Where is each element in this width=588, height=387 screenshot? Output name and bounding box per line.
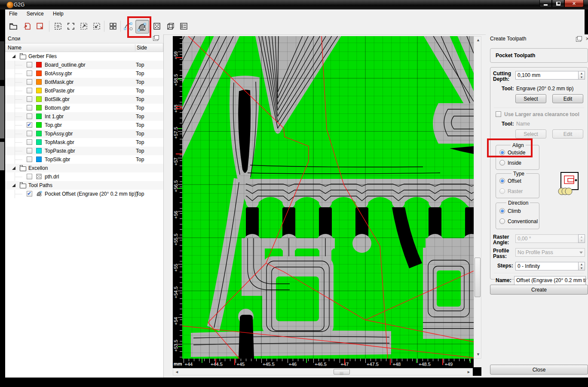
layer-row[interactable]: Int 1.gbrTop [5,112,163,121]
layer-row[interactable]: Bottom.gbrTop [5,104,163,112]
zoom-fit-button[interactable] [52,20,64,33]
vertical-scrollbar[interactable]: ▲ ▼ [474,36,481,359]
column-name[interactable]: Name [8,45,21,51]
menu-bar: File Service Help [5,9,585,19]
use-larger-tool-checkbox[interactable] [496,111,501,117]
layer-visibility-checkbox[interactable] [27,122,32,128]
import-file-button[interactable] [21,20,34,33]
minimize-button[interactable] [539,0,552,7]
layer-group-row[interactable]: Gerber Files [5,52,163,61]
layer-row[interactable]: TopMask.gbrTop [5,138,163,147]
layer-row[interactable]: BotAssy.gbrTop [5,69,163,78]
menu-service[interactable]: Service [23,9,48,18]
steps-label: Steps: [497,263,513,269]
name-input[interactable]: Offset (Engrave (20° 0.2 mm tip)) [514,276,586,286]
direction-conventional-label[interactable]: Conventional [508,218,538,224]
layer-visibility-checkbox[interactable] [27,131,32,136]
pcb-canvas[interactable] [182,36,474,359]
layer-visibility-checkbox[interactable] [27,62,32,68]
layer-color-swatch [36,105,42,111]
layer-row[interactable]: BotSilk.gbrTop [5,95,163,104]
layer-visibility-checkbox[interactable] [27,174,32,179]
direction-climb-label[interactable]: Climb [508,208,521,214]
layer-visibility-checkbox[interactable] [27,114,32,119]
zoom-out-region-button[interactable] [90,20,103,33]
layer-row[interactable]: TopSilk.gbrTop [5,155,163,164]
panelize-button[interactable] [107,20,119,33]
float-panel-icon[interactable] [576,37,581,42]
layer-visibility-checkbox[interactable] [27,148,32,154]
tool-edit-button[interactable]: Edit [552,94,583,103]
create-button[interactable]: Create [490,285,588,295]
restore-button[interactable] [552,0,564,7]
zoom-in-region-button[interactable] [77,20,90,33]
layer-visibility-checkbox[interactable] [27,88,32,93]
steps-spinner[interactable]: ▲▼ [578,262,585,270]
layer-row[interactable]: Pocket Offset (Engrave (20° 0.2 mm tip))… [5,190,163,198]
title-bar: G2G ✕ [0,0,588,9]
float-panel-icon[interactable] [153,36,158,41]
raster-angle-spinner[interactable]: ▲▼ [578,234,585,243]
layer-visibility-checkbox[interactable] [27,105,32,111]
close-toolpath-button[interactable]: Close [490,365,588,375]
drill-tool-button[interactable] [150,20,163,33]
cutting-depth-input[interactable]: 0,100 mm [515,71,579,80]
layer-row[interactable]: TopPaste.gbrTop [5,147,163,155]
layer-visibility-checkbox[interactable] [27,96,32,102]
y-tick-label: +59 [173,51,178,59]
profile-pass-dropdown[interactable]: No Profile Pass [515,248,585,257]
open-project-button[interactable] [7,20,20,33]
expand-arrow-icon[interactable] [12,55,15,58]
direction-climb-radio[interactable] [499,208,505,214]
y-tick-label: +54.5 [173,286,178,298]
folder-icon [20,184,26,188]
column-side[interactable]: Side [137,45,147,51]
horizontal-scrollbar-thumb[interactable]: ||| [334,369,350,375]
menu-help[interactable]: Help [49,9,67,18]
cutting-depth-spinner[interactable]: ▲▼ [578,71,585,80]
layer-row[interactable]: pth.drl [5,172,163,181]
layer-row[interactable]: BotPaste.gbrTop [5,86,163,95]
layer-visibility-checkbox[interactable] [27,139,32,145]
close-button[interactable]: ✕ [564,0,584,7]
type-offset-label[interactable]: Offset [508,178,521,184]
layer-visibility-checkbox[interactable] [27,157,32,162]
layer-group-row[interactable]: Excellon [5,164,163,172]
close-file-button[interactable] [34,20,46,33]
vertical-ruler: +59+58.5+58+57.5+57+56.5+56+55.5+55+54.5… [173,36,182,359]
type-raster-radio[interactable] [499,188,505,194]
layer-row[interactable]: Board_outline.gbrTop [5,61,163,69]
x-tick-label: +45.5 [263,362,275,367]
layer-row[interactable]: BotMask.gbrTop [5,78,163,86]
align-inside-radio[interactable] [499,160,505,166]
raster-angle-input[interactable]: 0,00 ° [515,234,579,243]
x-tick-label: +47.5 [367,362,379,367]
close-panel-icon[interactable]: ✕ [585,36,588,42]
direction-conventional-radio[interactable] [499,218,505,224]
horizontal-scrollbar[interactable]: ◄ ||| ► [173,368,473,375]
align-inside-label[interactable]: Inside [508,160,521,166]
tool2-edit-button[interactable]: Edit [552,129,583,138]
menu-file[interactable]: File [5,9,21,18]
expand-arrow-icon[interactable] [12,166,15,170]
vertical-scrollbar-thumb[interactable] [475,258,481,297]
type-offset-radio[interactable] [499,178,505,184]
type-raster-label[interactable]: Raster [508,188,523,194]
expand-arrow-icon[interactable] [12,184,15,187]
layer-group-row[interactable]: Tool Paths [5,181,163,190]
layer-visibility-checkbox[interactable] [27,191,32,197]
layer-color-swatch [36,62,42,68]
ruler-unit-label: mm [174,361,182,366]
x-tick-label: +48 [393,362,401,367]
layer-row[interactable]: Top.gbrTop [5,121,163,129]
layer-visibility-checkbox[interactable] [27,71,32,76]
view-3d-button[interactable] [164,20,177,33]
layer-row[interactable]: TopAssy.gbrTop [5,129,163,138]
tool2-select-button[interactable]: Select [515,129,546,138]
layer-visibility-checkbox[interactable] [27,79,32,85]
job-settings-button[interactable] [177,20,190,33]
steps-input[interactable]: 0 - Infinity [515,262,579,270]
tool-select-button[interactable]: Select [515,94,546,103]
zoom-window-button[interactable] [64,20,77,33]
y-tick-label: +53.5 [173,340,178,352]
